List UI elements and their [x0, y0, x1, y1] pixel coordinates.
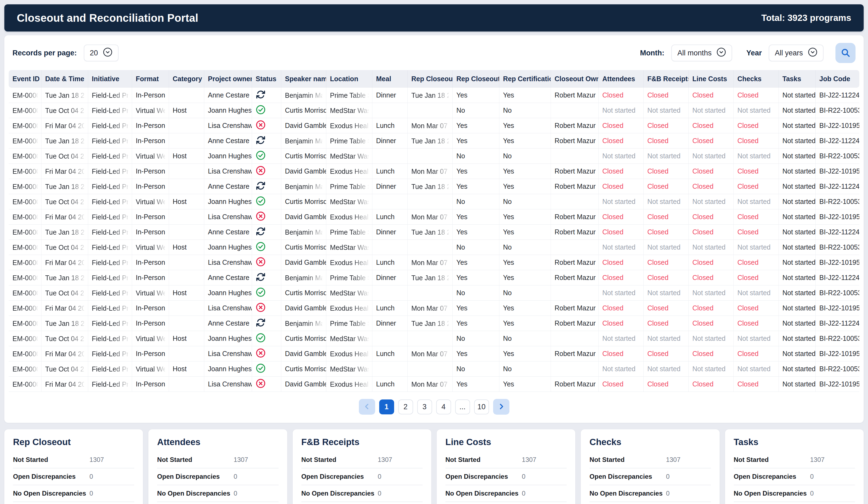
cell-project-owner: Anne Cestare	[204, 133, 252, 149]
cell-text: No	[456, 152, 465, 160]
cell-date-time: Fri Mar 04 2022 12:	[41, 209, 88, 224]
cell-speaker-name: Benjamin Mardis	[281, 88, 326, 103]
cell-text: Not started	[692, 243, 726, 251]
cell-text: No	[503, 243, 512, 251]
pagination-next-button[interactable]	[493, 399, 509, 415]
cell-text: Tue Oct 04 2022 13	[45, 198, 84, 206]
cell-location: Exodus Healthcare	[326, 346, 372, 361]
cell-text: David Gamble	[285, 304, 326, 312]
cell-text: EM-0000036	[12, 107, 38, 114]
cell-text: Lunch	[376, 304, 395, 312]
cell-event-id: EM-0000036	[9, 285, 41, 301]
cell-tasks: Not started	[778, 331, 815, 346]
cell-speaker-name: Curtis Morrison	[281, 103, 326, 118]
card-row-label: Open Discrepancies	[157, 473, 234, 480]
pagination-page-4[interactable]: 4	[436, 400, 451, 414]
pagination-page-10[interactable]: 10	[474, 400, 489, 414]
card-row-not-started: Not Started1307	[734, 452, 855, 468]
cell-event-id: EM-0000036	[9, 118, 41, 133]
cell-text: Not started	[783, 137, 816, 144]
cell-text: Tue Jan 18 2022 18:	[45, 274, 84, 282]
cell-event-id: EM-0000036	[9, 179, 41, 194]
chevron-down-circle-icon	[716, 47, 726, 59]
records-per-page-select[interactable]: 20	[84, 44, 118, 61]
cell-text: Yes	[503, 213, 514, 221]
cell-text: Lisa Crenshaw	[208, 350, 252, 357]
cell-rep-closeout: Yes	[453, 255, 499, 270]
cell-text: Benjamin Mardis	[285, 320, 322, 327]
cell-text: In-Person	[136, 167, 165, 175]
cell-rep-closeout-date	[407, 331, 453, 346]
pagination-page-2[interactable]: 2	[398, 400, 413, 414]
card-row-label: No Open Discrepancies	[157, 490, 234, 497]
cell-text: Field-Led Program	[92, 259, 128, 267]
cell-line-costs: Closed	[689, 209, 733, 224]
cell-text: Closed	[602, 350, 623, 357]
pagination-page-1[interactable]: 1	[379, 400, 394, 414]
cell-text: Not started	[783, 182, 816, 190]
cell-text: Not started	[692, 198, 726, 205]
pagination-page-[interactable]: ...	[455, 400, 470, 414]
pagination-prev-button[interactable]	[359, 399, 375, 415]
cell-event-id: EM-0000036	[9, 270, 41, 285]
cell-text: Not started	[602, 243, 636, 251]
month-select[interactable]: All months	[671, 44, 732, 61]
cell-closeout-owner	[551, 240, 598, 255]
cell-text: Closed	[737, 167, 759, 175]
cell-text: In-Person	[136, 304, 165, 312]
card-row-label: Not Started	[301, 456, 378, 464]
cell-initiative: Field-Led Program	[88, 240, 132, 255]
cell-project-owner: Lisa Crenshaw	[204, 346, 252, 361]
cell-rep-certification: Yes	[499, 209, 551, 224]
cell-checks: Closed	[733, 346, 778, 361]
cell-text: Yes	[456, 167, 468, 175]
cell-location: MedStar Washingt	[326, 361, 372, 377]
column-header-f-b-receipts: F&B Receipts	[643, 70, 689, 88]
cell-rep-certification: Yes	[499, 224, 551, 240]
cell-line-costs: Closed	[689, 377, 733, 392]
cell-text: Not started	[783, 259, 816, 266]
card-row-value: 0	[522, 490, 525, 497]
table-row: EM-0000036Tue Oct 04 2022 13Field-Led Pr…	[9, 361, 859, 377]
cell-text: Closed	[692, 122, 714, 129]
cell-job-code: BI-R22-10053	[815, 331, 859, 346]
cell-text: No	[503, 107, 512, 114]
cell-text: Yes	[456, 350, 468, 357]
cell-status	[252, 331, 281, 346]
cell-text: Lunch	[376, 380, 395, 388]
column-header-closeout-owner: Closeout Owner	[551, 70, 598, 88]
cell-text: Tue Jan 18 2022 18:	[412, 91, 449, 99]
cell-line-costs: Not started	[689, 361, 733, 377]
card-row-open-discrepancies: Open Discrepancies0	[157, 468, 278, 485]
cell-text: Lunch	[376, 167, 395, 175]
cell-text: Lunch	[376, 213, 395, 221]
card-row-label: Not Started	[13, 456, 90, 464]
cell-text: Dinner	[376, 319, 396, 327]
cell-text: Dinner	[376, 182, 396, 190]
card-row-not-started: Not Started1307	[301, 452, 423, 468]
summary-card-rep-closeout: Rep CloseoutNot Started1307Open Discrepa…	[4, 429, 143, 504]
cell-text: Closed	[602, 380, 623, 388]
cell-closeout-owner: Robert Mazur	[551, 133, 598, 149]
cell-text: Robert Mazur	[555, 122, 596, 129]
cell-f-b-receipts: Closed	[643, 209, 689, 224]
cell-attendees: Closed	[598, 270, 643, 285]
year-select[interactable]: All years	[769, 44, 824, 61]
cell-speaker-name: Curtis Morrison	[281, 331, 326, 346]
cell-text: Prime Table Steak	[330, 228, 368, 236]
cell-text: Mon Mar 07 2022 1	[412, 381, 449, 388]
cell-checks: Closed	[733, 301, 778, 316]
card-row-value: 0	[810, 473, 814, 480]
cell-format: Virtual Web Co	[132, 361, 169, 377]
cell-text: Virtual Web Co	[136, 152, 165, 160]
cell-checks: Not started	[733, 149, 778, 164]
cell-event-id: EM-0000036	[9, 149, 41, 164]
table-row: EM-0000036Tue Jan 18 2022 18:Field-Led P…	[9, 133, 859, 149]
cell-rep-certification: Yes	[499, 164, 551, 179]
card-row-not-started: Not Started1307	[445, 452, 567, 468]
search-button[interactable]	[836, 43, 856, 63]
cell-text: Exodus Healthcare	[330, 259, 368, 267]
cell-location: Prime Table Steak	[326, 270, 372, 285]
pagination-page-3[interactable]: 3	[417, 400, 432, 414]
cell-text: Curtis Morrison	[285, 365, 326, 373]
